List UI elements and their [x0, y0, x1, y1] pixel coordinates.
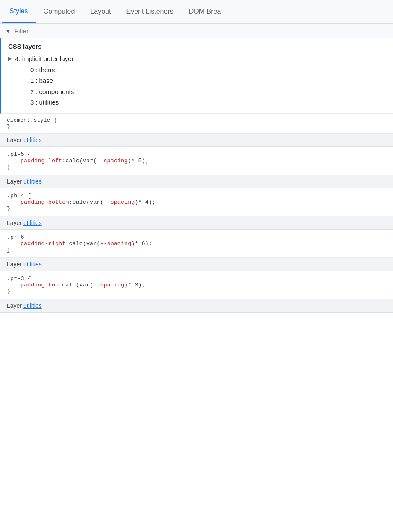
- layer-header-2: Layer utilities: [0, 216, 393, 230]
- rule-selector-0: .pl-5 {: [7, 151, 386, 158]
- rule-var-2: --spacing: [100, 240, 131, 247]
- css-layers-section: CSS layers 4: implicit outer layer 0: th…: [0, 38, 393, 114]
- rule-var-1: --spacing: [103, 199, 135, 205]
- rule-declaration-1: padding-bottom: calc(var(--spacing)* 4);: [7, 199, 386, 205]
- layer-link-2[interactable]: utilities: [23, 219, 42, 226]
- rule-section-0: Layer utilities .pl-5 { padding-left: ca…: [0, 134, 393, 175]
- layer-child-0: 0: theme: [8, 64, 386, 76]
- rule-close-0: }: [7, 164, 386, 170]
- layer-child-1: 1: base: [8, 75, 386, 86]
- layer-header-3: Layer utilities: [0, 258, 393, 271]
- layer-root-item: 4: implicit outer layer: [8, 53, 386, 64]
- element-style-block: element.style { }: [0, 114, 393, 134]
- layer-header-1: Layer utilities: [0, 175, 393, 188]
- layer-tree: 4: implicit outer layer 0: theme 1: base…: [8, 53, 386, 108]
- triangle-icon: [8, 57, 12, 61]
- rule-var-0: --spacing: [97, 158, 128, 164]
- rule-property-1: padding-bottom: [21, 199, 69, 205]
- rule-selector-2: .pr-6 {: [7, 234, 386, 240]
- rule-block-0: .pl-5 { padding-left: calc(var(--spacing…: [0, 147, 393, 175]
- rule-declaration-0: padding-left: calc(var(--spacing)* 5);: [7, 158, 386, 164]
- rule-block-3: .pt-3 { padding-top: calc(var(--spacing)…: [0, 271, 393, 299]
- layer-child-3: 3: utilities: [8, 97, 386, 108]
- css-layers-title: CSS layers: [8, 43, 386, 50]
- rule-close-2: }: [7, 247, 386, 253]
- tab-bar: Styles Computed Layout Event Listeners D…: [0, 0, 393, 24]
- rule-property-0: padding-left: [21, 158, 62, 164]
- layer-header-0: Layer utilities: [0, 134, 393, 147]
- rule-block-1: .pb-4 { padding-bottom: calc(var(--spaci…: [0, 188, 393, 216]
- rule-selector-3: .pt-3 {: [7, 275, 386, 282]
- layer-header-4-partial: Layer utilities: [0, 299, 393, 313]
- rule-var-3: --spacing: [93, 282, 124, 288]
- rule-block-2: .pr-6 { padding-right: calc(var(--spacin…: [0, 230, 393, 258]
- element-style-selector: element.style {: [7, 117, 386, 123]
- filter-bar: ▼: [0, 24, 393, 38]
- filter-icon: ▼: [5, 28, 11, 35]
- layer-link-3[interactable]: utilities: [23, 261, 42, 268]
- filter-input[interactable]: [15, 27, 388, 35]
- layer-link-0[interactable]: utilities: [23, 137, 42, 143]
- element-style-close: }: [7, 123, 386, 130]
- rule-declaration-3: padding-top: calc(var(--spacing)* 3);: [7, 282, 386, 288]
- rule-property-2: padding-right: [21, 240, 65, 247]
- rule-close-1: }: [7, 205, 386, 212]
- rule-property-3: padding-top: [21, 282, 59, 288]
- tab-event-listeners[interactable]: Event Listeners: [118, 0, 181, 23]
- layer-link-1[interactable]: utilities: [23, 178, 42, 185]
- rule-declaration-2: padding-right: calc(var(--spacing)* 6);: [7, 240, 386, 247]
- tab-styles[interactable]: Styles: [2, 0, 36, 23]
- tab-dom-breakpoints[interactable]: DOM Brea: [181, 0, 229, 23]
- tab-computed[interactable]: Computed: [36, 0, 83, 23]
- layer-link-4[interactable]: utilities: [23, 302, 42, 309]
- rule-section-2: Layer utilities .pr-6 { padding-right: c…: [0, 216, 393, 258]
- rule-close-3: }: [7, 288, 386, 295]
- rule-selector-1: .pb-4 {: [7, 193, 386, 199]
- rule-section-3: Layer utilities .pt-3 { padding-top: cal…: [0, 258, 393, 299]
- layer-child-2: 2: components: [8, 86, 386, 97]
- tab-layout[interactable]: Layout: [82, 0, 118, 23]
- rule-section-1: Layer utilities .pb-4 { padding-bottom: …: [0, 175, 393, 216]
